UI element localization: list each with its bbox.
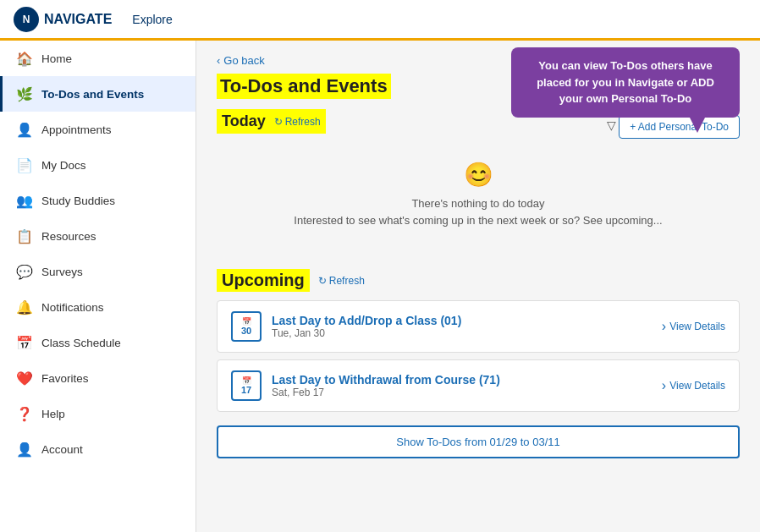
today-label: Today — [222, 112, 266, 130]
upcoming-refresh-icon: ↻ — [318, 275, 327, 287]
refresh-label: Refresh — [285, 116, 321, 128]
chevron-icon-event2: › — [662, 378, 666, 393]
sidebar-item-home[interactable]: 🏠 Home — [0, 41, 196, 76]
sidebar-label-notifications: Notifications — [41, 301, 104, 314]
today-refresh-link[interactable]: ↻ Refresh — [274, 116, 321, 128]
event-card-event2: 📅 17 Last Day to Withdrawal from Course … — [217, 359, 740, 412]
upcoming-label: Upcoming — [217, 269, 310, 292]
filter-icon[interactable]: ▽ — [607, 118, 616, 132]
sidebar-icon-studybuddies: 👥 — [16, 192, 33, 209]
sidebar-label-resources: Resources — [41, 230, 96, 243]
sidebar: 🏠 Home 🌿 To-Dos and Events 👤 Appointment… — [0, 41, 196, 532]
logo-icon: N — [14, 7, 39, 32]
sidebar-label-classschedule: Class Schedule — [41, 337, 121, 349]
sidebar-label-home: Home — [41, 52, 72, 65]
view-details-event1[interactable]: › View Details — [662, 319, 725, 334]
sidebar-icon-account: 👤 — [16, 441, 33, 458]
page-title: To-Dos and Events — [217, 74, 391, 99]
main-layout: 🏠 Home 🌿 To-Dos and Events 👤 Appointment… — [0, 41, 760, 532]
sidebar-item-account[interactable]: 👤 Account — [0, 431, 196, 467]
sidebar-icon-todos: 🌿 — [16, 85, 33, 102]
sidebar-icon-notifications: 🔔 — [16, 299, 33, 315]
sidebar-icon-appointments: 👤 — [16, 121, 33, 138]
sidebar-item-mydocs[interactable]: 📄 My Docs — [0, 147, 196, 183]
smiley-icon: 😊 — [217, 161, 740, 189]
upcoming-refresh-label: Refresh — [329, 275, 365, 287]
sidebar-icon-help: ❓ — [16, 405, 33, 422]
event-info-event2: Last Day to Withdrawal from Course (71) … — [272, 373, 500, 398]
event-left-event2: 📅 17 Last Day to Withdrawal from Course … — [231, 370, 500, 401]
view-details-label-event2: View Details — [669, 380, 725, 392]
event-card-event1: 📅 30 Last Day to Add/Drop a Class (01) T… — [217, 300, 740, 353]
sidebar-item-help[interactable]: ❓ Help — [0, 396, 196, 431]
event-calendar-icon-event1: 📅 30 — [231, 311, 262, 342]
sidebar-label-todos: To-Dos and Events — [41, 88, 144, 101]
sidebar-item-favorites[interactable]: ❤️ Favorites — [0, 360, 196, 396]
event-calendar-icon-event2: 📅 17 — [231, 370, 262, 401]
event-title-event1[interactable]: Last Day to Add/Drop a Class (01) — [272, 314, 461, 327]
event-left-event1: 📅 30 Last Day to Add/Drop a Class (01) T… — [231, 311, 461, 342]
sidebar-label-account: Account — [41, 443, 83, 456]
sidebar-icon-favorites: ❤️ — [16, 370, 33, 387]
view-details-event2[interactable]: › View Details — [662, 378, 725, 393]
empty-state: 😊 There's nothing to do today Interested… — [217, 140, 740, 249]
sidebar-icon-mydocs: 📄 — [16, 156, 33, 173]
sidebar-label-studybuddies: Study Buddies — [41, 195, 115, 207]
tooltip-bubble: You can view To-Dos others have placed f… — [511, 47, 740, 118]
go-back-label: Go back — [223, 54, 264, 67]
sidebar-item-studybuddies[interactable]: 👥 Study Buddies — [0, 183, 196, 218]
content-inner: You can view To-Dos others have placed f… — [196, 41, 760, 472]
upcoming-refresh-link[interactable]: ↻ Refresh — [318, 275, 365, 287]
tooltip-text: You can view To-Dos others have placed f… — [537, 59, 714, 105]
events-container: 📅 30 Last Day to Add/Drop a Class (01) T… — [217, 300, 740, 412]
event-date-event1: Tue, Jan 30 — [272, 327, 461, 339]
event-info-event1: Last Day to Add/Drop a Class (01) Tue, J… — [272, 314, 461, 339]
content-area: You can view To-Dos others have placed f… — [196, 41, 760, 532]
sidebar-label-help: Help — [41, 408, 65, 420]
show-todos-button[interactable]: Show To-Dos from 01/29 to 03/11 — [217, 425, 740, 458]
top-nav: N NAVIGATE Explore — [0, 0, 760, 41]
logo-text: NAVIGATE — [44, 12, 112, 27]
sidebar-label-favorites: Favorites — [41, 372, 89, 385]
sidebar-item-surveys[interactable]: 💬 Surveys — [0, 254, 196, 289]
chevron-icon-event1: › — [662, 319, 666, 334]
sidebar-item-classschedule[interactable]: 📅 Class Schedule — [0, 325, 196, 360]
sidebar-icon-home: 🏠 — [16, 50, 33, 67]
sidebar-icon-resources: 📋 — [16, 228, 33, 244]
view-details-label-event1: View Details — [669, 321, 725, 332]
event-title-event2[interactable]: Last Day to Withdrawal from Course (71) — [272, 373, 500, 387]
add-personal-todo-button[interactable]: + Add Personal To-Do — [619, 115, 740, 139]
sidebar-icon-surveys: 💬 — [16, 263, 33, 280]
sidebar-item-todos[interactable]: 🌿 To-Dos and Events — [0, 76, 196, 112]
empty-state-submessage: Interested to see what's coming up in th… — [217, 212, 740, 229]
sidebar-item-resources[interactable]: 📋 Resources — [0, 218, 196, 254]
upcoming-section-header: Upcoming ↻ Refresh — [217, 269, 740, 292]
explore-link[interactable]: Explore — [132, 13, 172, 26]
sidebar-label-mydocs: My Docs — [41, 159, 86, 172]
go-back-arrow: ‹ — [217, 54, 220, 67]
event-date-event2: Sat, Feb 17 — [272, 387, 500, 398]
empty-state-message: There's nothing to do today — [217, 195, 740, 212]
logo-area: N NAVIGATE — [14, 7, 112, 32]
sidebar-label-appointments: Appointments — [41, 123, 112, 136]
sidebar-icon-classschedule: 📅 — [16, 334, 33, 351]
sidebar-label-surveys: Surveys — [41, 266, 83, 278]
sidebar-item-notifications[interactable]: 🔔 Notifications — [0, 289, 196, 325]
sidebar-item-appointments[interactable]: 👤 Appointments — [0, 112, 196, 147]
refresh-icon: ↻ — [274, 116, 283, 128]
